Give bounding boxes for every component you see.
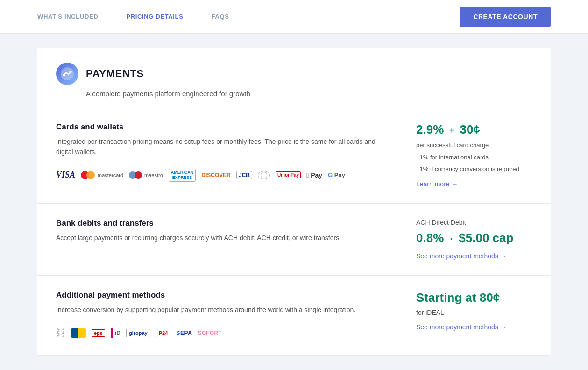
nav-whats-included[interactable]: WHAT'S INCLUDED [37,13,98,20]
card-logos: VISA mastercard maestro [56,169,382,182]
visa-logo: VISA [56,169,75,182]
payments-title-row: PAYMENTS [56,63,532,85]
sepa-logo: SEPA [176,326,192,340]
p24-logo: P24 [156,326,171,340]
main-card: PAYMENTS A complete payments platform en… [37,48,551,356]
unionpay-logo: UnionPay [276,169,301,182]
ach-rate: 0.8% · $5.00 cap [416,231,536,245]
link-logo: ⛓ [56,326,65,340]
bank-debits-desc: Accept large payments or recurring charg… [56,233,382,243]
ideal-logo: iD [111,326,120,340]
payments-title: PAYMENTS [86,68,144,80]
svg-point-2 [70,71,72,73]
cards-wallets-desc: Integrated per-transaction pricing means… [56,136,382,157]
payments-header: PAYMENTS A complete payments platform en… [37,48,551,107]
cards-note1: per successful card charge [416,141,536,150]
starting-price: Starting at 80¢ [416,291,536,305]
page-content: PAYMENTS A complete payments platform en… [0,34,588,370]
cards-wallets-right: 2.9% + 30¢ per successful card charge +1… [401,107,551,203]
mc-right-circle [86,171,95,179]
maestro-logo: maestro [129,169,163,182]
jcb-logo: JCB [236,169,252,182]
create-account-button[interactable]: CREATE ACCOUNT [460,7,551,27]
svg-point-1 [63,74,65,77]
bank-debits-title: Bank debits and transfers [56,219,382,228]
alt-payment-logos: ⛓ eps iD [56,326,382,340]
maestro-circle2 [135,171,142,179]
nav-faqs[interactable]: FAQS [212,13,229,20]
additional-methods-section: Additional payment methods Increase conv… [37,276,551,356]
nav-links: WHAT'S INCLUDED PRICING DETAILS FAQS [37,13,229,20]
sofort-logo: SOFORT [198,326,221,340]
cards-wallets-title: Cards and wallets [56,122,382,132]
mastercard-logo: mastercard [81,169,123,182]
bank-debits-right: ACH Direct Debit 0.8% · $5.00 cap See mo… [401,204,551,275]
see-more-bank-link[interactable]: See more payment methods → [416,252,507,260]
additional-methods-left: Additional payment methods Increase conv… [37,276,401,355]
learn-more-link[interactable]: Learn more → [416,180,458,188]
diners-logo [258,171,270,179]
additional-methods-desc: Increase conversion by supporting popula… [56,305,382,315]
bank-debits-section: Bank debits and transfers Accept large p… [37,204,551,276]
maestro-text: maestro [144,172,163,178]
cards-wallets-left: Cards and wallets Integrated per-transac… [37,107,401,203]
amex-logo: AMERICANEXPRESS [169,169,196,182]
mastercard-text: mastercard [98,172,123,178]
payments-subtitle: A complete payments platform engineered … [86,90,532,98]
cards-note3: +1% if currency conversion is required [416,164,536,174]
see-more-additional-link[interactable]: See more payment methods → [416,323,507,331]
bancontact-logo [71,326,86,340]
ach-label: ACH Direct Debit [416,219,536,226]
applepay-logo:  Pay [306,169,322,182]
eps-logo: eps [92,326,105,340]
giropay-logo: giropay [126,326,150,340]
gpay-logo: G Pay [328,169,345,182]
discover-logo: DISCOVER [201,169,231,182]
cards-wallets-section: Cards and wallets Integrated per-transac… [37,107,551,204]
additional-methods-title: Additional payment methods [56,291,382,300]
cards-note2: +1% for international cards [416,153,536,162]
bank-debits-left: Bank debits and transfers Accept large p… [37,204,401,275]
additional-methods-right: Starting at 80¢ for iDEAL See more payme… [401,276,551,355]
navigation: WHAT'S INCLUDED PRICING DETAILS FAQS CRE… [0,0,588,34]
diners-inner [261,172,267,178]
payments-icon [56,63,78,85]
nav-pricing-details[interactable]: PRICING DETAILS [126,13,183,20]
cards-rate: 2.9% + 30¢ [416,122,536,137]
for-ideal-label: for iDEAL [416,309,536,316]
